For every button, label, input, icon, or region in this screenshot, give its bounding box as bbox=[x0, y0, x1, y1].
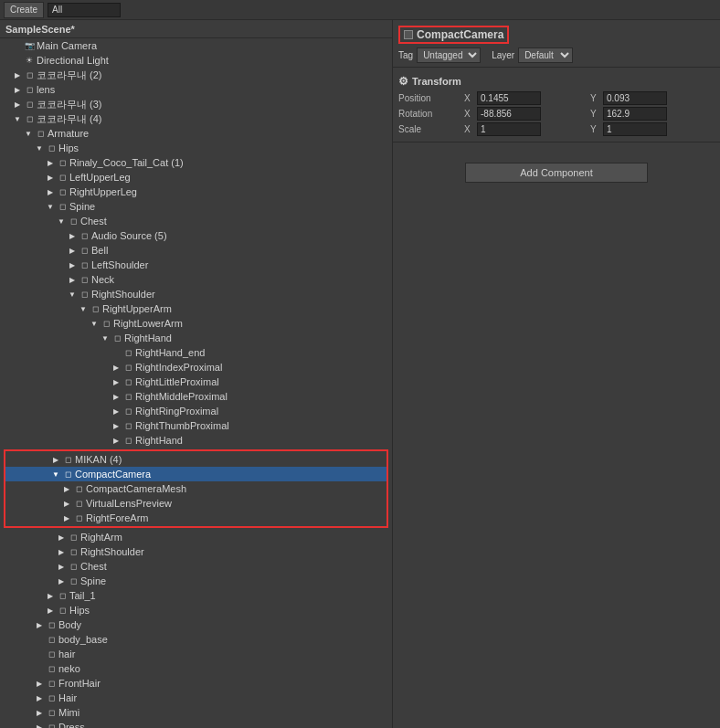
arrow-icon[interactable] bbox=[46, 591, 55, 600]
list-item[interactable]: ◻ Tail_1 bbox=[0, 588, 392, 603]
list-item[interactable]: ◻ 코코라무내 (4) bbox=[0, 111, 392, 126]
arrow-icon[interactable] bbox=[101, 333, 110, 343]
list-item[interactable]: ◻ Hips bbox=[0, 141, 392, 155]
arrow-icon[interactable] bbox=[13, 85, 22, 94]
rotation-y-input[interactable] bbox=[603, 107, 667, 121]
list-item[interactable]: ◻ RightMiddleProximal bbox=[0, 389, 392, 404]
arrow-icon[interactable] bbox=[62, 513, 71, 522]
list-item[interactable]: ◻ RightIndexProximal bbox=[0, 360, 392, 375]
list-item[interactable]: ◻ CompactCameraMesh bbox=[5, 481, 386, 496]
list-item[interactable]: ◻ lens bbox=[0, 82, 392, 97]
list-item[interactable]: ◻ RightShoulder bbox=[0, 287, 392, 301]
list-item[interactable]: ◻ Armature bbox=[0, 126, 392, 141]
arrow-icon[interactable] bbox=[13, 100, 22, 109]
list-item[interactable]: ◻ body_base bbox=[0, 632, 392, 647]
arrow-icon[interactable] bbox=[68, 290, 77, 299]
arrow-icon[interactable] bbox=[57, 533, 66, 542]
list-item[interactable]: ◻ Neck bbox=[0, 272, 392, 287]
scale-y-input[interactable] bbox=[603, 122, 667, 136]
rotation-x-input[interactable] bbox=[477, 107, 541, 121]
arrow-icon[interactable] bbox=[68, 231, 77, 240]
arrow-icon[interactable] bbox=[46, 187, 55, 196]
arrow-icon[interactable] bbox=[35, 620, 44, 629]
list-item[interactable]: ◻ hair bbox=[0, 647, 392, 661]
list-item[interactable]: ◻ RightUpperArm bbox=[0, 301, 392, 316]
list-item[interactable]: ◻ RightForeArm bbox=[5, 511, 386, 525]
list-item[interactable]: ◻ FrontHair bbox=[0, 676, 392, 691]
list-item[interactable]: ◻ RightRingProximal bbox=[0, 404, 392, 418]
arrow-icon[interactable] bbox=[13, 114, 22, 123]
list-item[interactable]: ◻ MIKAN (4) bbox=[5, 452, 386, 467]
arrow-icon[interactable] bbox=[68, 246, 77, 255]
arrow-icon[interactable] bbox=[111, 421, 121, 430]
arrow-icon[interactable] bbox=[46, 173, 55, 182]
arrow-icon[interactable] bbox=[68, 260, 77, 269]
arrow-icon[interactable] bbox=[35, 143, 44, 153]
list-item[interactable]: ◻ Hips bbox=[0, 603, 392, 617]
list-item[interactable]: ◻ Spine bbox=[0, 574, 392, 588]
list-item[interactable]: ◻ Audio Source (5) bbox=[0, 228, 392, 243]
hierarchy-list[interactable]: 📷 Main Camera ☀ Directional Light ◻ 코코라무… bbox=[0, 38, 392, 728]
list-item[interactable]: ◻ RightLittleProximal bbox=[0, 375, 392, 389]
arrow-icon[interactable] bbox=[57, 547, 66, 556]
list-item[interactable]: ☀ Directional Light bbox=[0, 53, 392, 68]
list-item[interactable]: ◻ RightLowerArm bbox=[0, 316, 392, 331]
list-item[interactable]: ◻ Dress bbox=[0, 720, 392, 728]
arrow-icon[interactable] bbox=[51, 455, 60, 464]
list-item[interactable]: ◻ VirtualLensPreview bbox=[5, 496, 386, 511]
list-item[interactable]: ◻ Chest bbox=[0, 214, 392, 228]
list-item[interactable]: ◻ RightArm bbox=[0, 530, 392, 544]
list-item[interactable]: ◻ RightUpperLeg bbox=[0, 185, 392, 199]
arrow-icon[interactable] bbox=[46, 606, 55, 615]
arrow-icon[interactable] bbox=[35, 679, 44, 688]
arrow-icon[interactable] bbox=[111, 363, 121, 372]
arrow-icon[interactable] bbox=[57, 216, 66, 226]
list-item[interactable]: ◻ RightHand bbox=[0, 433, 392, 448]
list-item[interactable]: ◻ Mimi bbox=[0, 705, 392, 720]
list-item[interactable]: ◻ neko bbox=[0, 661, 392, 676]
list-item[interactable]: ◻ Rinaly_Coco_Tail_Cat (1) bbox=[0, 155, 392, 170]
list-item[interactable]: ◻ CompactCamera bbox=[5, 467, 386, 481]
object-enabled-checkbox[interactable] bbox=[404, 30, 413, 39]
list-item[interactable]: ◻ LeftUpperLeg bbox=[0, 170, 392, 185]
list-item[interactable]: ◻ 코코라무내 (2) bbox=[0, 68, 392, 82]
list-item[interactable]: ◻ LeftShoulder bbox=[0, 258, 392, 272]
list-item[interactable]: 📷 Main Camera bbox=[0, 38, 392, 53]
list-item[interactable]: ◻ Spine bbox=[0, 199, 392, 214]
list-item[interactable]: ◻ Bell bbox=[0, 243, 392, 258]
arrow-icon[interactable] bbox=[68, 275, 77, 284]
list-item[interactable]: ◻ Chest bbox=[0, 559, 392, 574]
arrow-icon[interactable] bbox=[46, 202, 55, 211]
arrow-icon[interactable] bbox=[111, 392, 121, 401]
arrow-icon[interactable] bbox=[57, 562, 66, 571]
position-y-input[interactable] bbox=[603, 91, 667, 105]
list-item[interactable]: ◻ RightHand bbox=[0, 331, 392, 345]
arrow-icon[interactable] bbox=[35, 723, 44, 728]
arrow-icon[interactable] bbox=[111, 406, 121, 416]
list-item[interactable]: ◻ Body bbox=[0, 617, 392, 632]
arrow-icon[interactable] bbox=[35, 708, 44, 717]
arrow-icon[interactable] bbox=[24, 129, 33, 138]
position-x-input[interactable] bbox=[477, 91, 541, 105]
arrow-icon[interactable] bbox=[57, 576, 66, 586]
arrow-icon[interactable] bbox=[13, 70, 22, 79]
list-item[interactable]: ◻ RightHand_end bbox=[0, 345, 392, 360]
arrow-icon[interactable] bbox=[62, 484, 71, 493]
list-item[interactable]: ◻ RightShoulder bbox=[0, 544, 392, 559]
arrow-icon[interactable] bbox=[90, 319, 99, 328]
arrow-icon[interactable] bbox=[46, 158, 55, 167]
search-input[interactable] bbox=[48, 3, 121, 17]
create-button[interactable]: Create bbox=[4, 2, 44, 18]
list-item[interactable]: ◻ Hair bbox=[0, 691, 392, 705]
layer-dropdown[interactable]: Default bbox=[518, 47, 573, 63]
arrow-icon[interactable] bbox=[62, 499, 71, 508]
arrow-icon[interactable] bbox=[35, 693, 44, 702]
add-component-button[interactable]: Add Component bbox=[465, 163, 648, 183]
arrow-icon[interactable] bbox=[79, 304, 88, 313]
list-item[interactable]: ◻ RightThumbProximal bbox=[0, 418, 392, 433]
arrow-icon[interactable] bbox=[51, 470, 60, 479]
arrow-icon[interactable] bbox=[111, 377, 121, 386]
scale-x-input[interactable] bbox=[477, 122, 541, 136]
list-item[interactable]: ◻ 코코라무내 (3) bbox=[0, 97, 392, 111]
tag-dropdown[interactable]: Untagged bbox=[417, 47, 481, 63]
